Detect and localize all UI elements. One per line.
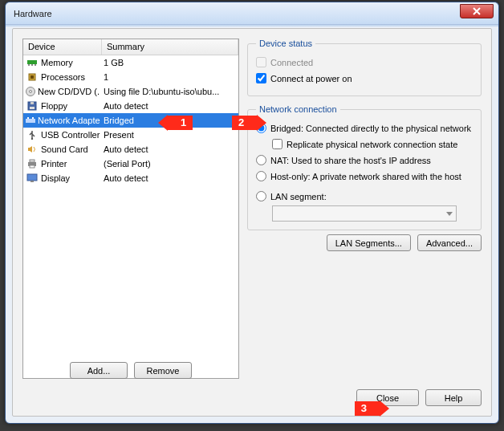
svg-point-14 xyxy=(31,138,33,140)
device-status-group: Device status Connected Connect at power… xyxy=(247,39,482,96)
annotation-1-label: 1 xyxy=(168,116,193,130)
device-summary: 1 GB xyxy=(100,58,238,67)
device-list[interactable]: Device Summary Memory1 GBProcessors1New … xyxy=(22,39,239,379)
svg-rect-13 xyxy=(32,117,34,119)
lansegment-radio-row[interactable]: LAN segment: xyxy=(256,189,473,203)
lansegment-select[interactable] xyxy=(272,205,457,222)
titlebar: Hardware xyxy=(6,2,498,25)
svg-rect-18 xyxy=(27,174,37,181)
device-list-header: Device Summary xyxy=(23,39,238,55)
connected-checkbox-row: Connected xyxy=(256,55,473,69)
device-summary: Auto detect xyxy=(100,144,238,154)
device-name: Processors xyxy=(39,72,85,82)
connect-power-on-checkbox[interactable] xyxy=(256,73,266,83)
device-name: Floppy xyxy=(39,101,67,111)
hostonly-label: Host-only: A private network shared with… xyxy=(270,172,461,181)
annotation-arrow-1: 1 xyxy=(158,114,193,132)
replicate-checkbox[interactable] xyxy=(272,139,282,149)
replicate-row[interactable]: Replicate physical network connection st… xyxy=(272,137,473,151)
dialog-body: Device Summary Memory1 GBProcessors1New … xyxy=(12,28,492,417)
lan-segments-button[interactable]: LAN Segments... xyxy=(327,234,411,251)
nat-radio-row[interactable]: NAT: Used to share the host's IP address xyxy=(256,153,473,167)
device-name: Memory xyxy=(39,58,73,67)
window-title: Hardware xyxy=(14,9,52,18)
device-summary: Auto detect xyxy=(100,173,238,183)
svg-point-7 xyxy=(30,91,32,93)
annotation-arrow-3: 3 xyxy=(355,401,389,417)
annotation-arrow-2: 2 xyxy=(232,114,266,132)
device-name: Printer xyxy=(39,159,67,169)
cpu-icon xyxy=(25,71,39,83)
hostonly-radio[interactable] xyxy=(256,171,266,181)
device-row[interactable]: DisplayAuto detect xyxy=(23,171,238,185)
right-panel: Device status Connected Connect at power… xyxy=(247,39,482,379)
connected-checkbox xyxy=(256,57,266,67)
usb-icon xyxy=(25,128,39,141)
col-header-summary[interactable]: Summary xyxy=(102,39,238,55)
device-row[interactable]: New CD/DVD (...Using file D:\ubuntu-iso\… xyxy=(23,84,238,99)
cd-icon xyxy=(25,85,36,98)
device-name: USB Controller xyxy=(39,130,100,140)
device-name: Sound Card xyxy=(39,144,88,154)
device-name: New CD/DVD (... xyxy=(36,87,100,96)
annotation-3-label: 3 xyxy=(355,401,380,416)
help-button[interactable]: Help xyxy=(425,389,482,406)
floppy-icon xyxy=(25,100,39,112)
svg-rect-5 xyxy=(30,75,34,79)
device-summary: Auto detect xyxy=(100,101,238,111)
device-summary: 1 xyxy=(100,72,238,82)
network-connection-legend: Network connection xyxy=(256,104,340,114)
connect-power-on-label: Connect at power on xyxy=(270,74,352,83)
device-row[interactable]: Printer(Serial Port) xyxy=(23,157,238,171)
nat-label: NAT: Used to share the host's IP address xyxy=(270,156,431,165)
nic-icon xyxy=(25,114,36,127)
svg-rect-9 xyxy=(30,102,34,104)
bridged-radio-row[interactable]: Bridged: Connected directly to the physi… xyxy=(256,121,473,135)
dialog-footer: Close Help xyxy=(13,389,482,406)
device-row[interactable]: Memory1 GB xyxy=(23,55,238,70)
memory-icon xyxy=(25,56,39,69)
hostonly-radio-row[interactable]: Host-only: A private network shared with… xyxy=(256,169,473,183)
svg-rect-11 xyxy=(26,119,35,123)
svg-rect-10 xyxy=(30,107,35,109)
svg-rect-0 xyxy=(27,60,37,64)
connect-power-on-row[interactable]: Connect at power on xyxy=(256,71,473,85)
replicate-label: Replicate physical network connection st… xyxy=(287,140,457,149)
svg-rect-1 xyxy=(28,64,30,66)
nat-radio[interactable] xyxy=(256,155,266,165)
window-close-button[interactable] xyxy=(460,4,494,18)
remove-button[interactable]: Remove xyxy=(134,362,192,379)
add-button[interactable]: Add... xyxy=(70,362,128,379)
col-header-device[interactable]: Device xyxy=(23,39,102,55)
device-summary: Using file D:\ubuntu-iso\ubu... xyxy=(100,87,238,96)
sound-icon xyxy=(25,143,39,156)
device-status-legend: Device status xyxy=(256,39,315,48)
device-name: Network Adapter xyxy=(36,116,100,125)
display-icon xyxy=(25,172,39,185)
close-icon xyxy=(473,7,481,15)
device-summary: (Serial Port) xyxy=(100,159,238,169)
svg-rect-12 xyxy=(27,117,29,119)
annotation-2-label: 2 xyxy=(232,116,257,130)
bridged-label: Bridged: Connected directly to the physi… xyxy=(270,124,471,133)
device-name: Display xyxy=(39,173,70,183)
svg-rect-3 xyxy=(35,64,36,66)
network-connection-group: Network connection Bridged: Connected di… xyxy=(247,104,482,230)
printer-icon xyxy=(25,157,39,170)
device-row[interactable]: Sound CardAuto detect xyxy=(23,142,238,157)
svg-rect-2 xyxy=(31,64,33,66)
device-row[interactable]: USB ControllerPresent xyxy=(23,128,238,142)
lansegment-radio[interactable] xyxy=(256,191,266,201)
device-row[interactable]: FloppyAuto detect xyxy=(23,99,238,113)
lansegment-label: LAN segment: xyxy=(270,192,327,201)
connected-label: Connected xyxy=(270,58,313,67)
device-row[interactable]: Network AdapterBridged xyxy=(23,113,238,128)
svg-rect-17 xyxy=(30,165,35,168)
svg-rect-19 xyxy=(30,181,34,182)
svg-rect-16 xyxy=(30,160,35,162)
device-row[interactable]: Processors1 xyxy=(23,70,238,84)
left-panel: Device Summary Memory1 GBProcessors1New … xyxy=(22,39,239,379)
hardware-dialog: Hardware Device Summary Memory1 GBProces… xyxy=(5,2,499,424)
advanced-button[interactable]: Advanced... xyxy=(417,234,482,251)
